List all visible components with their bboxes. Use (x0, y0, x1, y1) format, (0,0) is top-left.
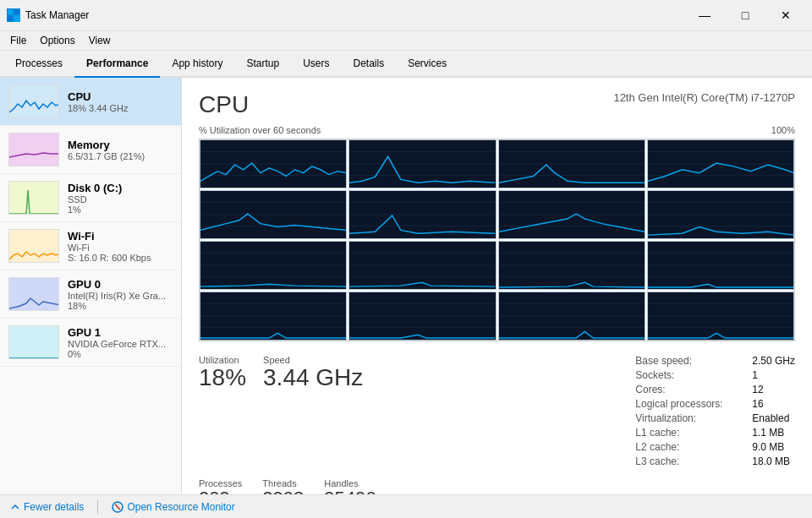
gpu0-sidebar-title: GPU 0 (68, 278, 173, 291)
gpu0-sidebar-info: GPU 0 Intel(R) Iris(R) Xe Gra... 18% (68, 278, 173, 311)
details-table: Base speed: 2.50 GHz Sockets: 1 Cores: 1… (635, 355, 795, 470)
gpu1-sidebar-title: GPU 1 (68, 326, 173, 339)
sidebar-item-memory[interactable]: Memory 6.5/31.7 GB (21%) (0, 126, 181, 174)
cpu-cell-10 (498, 241, 645, 290)
svg-rect-3 (14, 16, 19, 21)
sockets-val: 1 (752, 369, 758, 381)
virt-val: Enabled (752, 412, 789, 424)
tab-performance[interactable]: Performance (74, 51, 160, 78)
title-bar: Task Manager — □ ✕ (0, 0, 812, 31)
cpu-cell-15 (647, 292, 794, 341)
cpu-cell-5 (348, 190, 496, 239)
fewer-details-button[interactable]: Fewer details (10, 501, 84, 513)
detail-l2: L2 cache: 9.0 MB (635, 441, 795, 453)
cpu-sidebar-subtitle: 18% 3.44 GHz (68, 103, 173, 113)
virt-key: Virtualization: (635, 412, 745, 424)
maximize-button[interactable]: □ (726, 5, 765, 25)
tab-startup[interactable]: Startup (234, 51, 291, 78)
detail-virt: Virtualization: Enabled (635, 412, 795, 424)
cpu-cell-14 (498, 292, 645, 341)
cpu-cell-0 (200, 139, 347, 188)
bottom-bar: Fewer details Open Resource Monitor (0, 494, 812, 518)
sockets-key: Sockets: (635, 369, 745, 381)
menu-file[interactable]: File (3, 33, 33, 48)
cpu-cell-13 (348, 292, 496, 341)
l1-val: 1.1 MB (752, 427, 784, 439)
spacer (380, 355, 618, 470)
speed-block: Speed 3.44 GHz (263, 355, 363, 470)
menu-options[interactable]: Options (33, 33, 81, 48)
tab-processes[interactable]: Processes (3, 51, 74, 78)
memory-sidebar-info: Memory 6.5/31.7 GB (21%) (68, 139, 173, 161)
disk-sidebar-title: Disk 0 (C:) (68, 182, 173, 194)
detail-logical: Logical processors: 16 (635, 398, 795, 410)
detail-cores: Cores: 12 (635, 384, 795, 395)
disk-sidebar-graph (8, 181, 59, 215)
cpu-cell-12 (200, 292, 347, 341)
detail-l1: L1 cache: 1.1 MB (635, 427, 795, 439)
app-title: Task Manager (25, 9, 89, 21)
memory-sidebar-subtitle: 6.5/31.7 GB (21%) (68, 151, 173, 161)
cpu-sidebar-title: CPU (68, 90, 173, 103)
l3-key: L3 cache: (635, 455, 745, 467)
title-bar-left: Task Manager (7, 8, 89, 22)
tab-details[interactable]: Details (341, 51, 396, 78)
detail-sockets: Sockets: 1 (635, 369, 795, 381)
sidebar-item-wifi[interactable]: Wi-Fi Wi-Fi S: 16.0 R: 600 Kbps (0, 222, 181, 270)
disk-sidebar-info: Disk 0 (C:) SSD 1% (68, 182, 173, 215)
gpu1-sidebar-subtitle2: 0% (68, 349, 173, 359)
bottom-divider (97, 500, 98, 514)
content-title: CPU (199, 91, 249, 118)
sidebar-item-cpu[interactable]: CPU 18% 3.44 GHz (0, 78, 181, 126)
menu-view[interactable]: View (82, 33, 118, 48)
gpu1-sidebar-info: GPU 1 NVIDIA GeForce RTX... 0% (68, 326, 173, 359)
chevron-up-icon (10, 502, 20, 512)
detail-basespeed: Base speed: 2.50 GHz (635, 355, 795, 367)
gpu0-sidebar-graph (8, 277, 59, 311)
cores-val: 12 (752, 384, 763, 395)
sidebar-item-gpu0[interactable]: GPU 0 Intel(R) Iris(R) Xe Gra... 18% (0, 270, 181, 319)
cpu-cell-8 (200, 241, 347, 290)
l2-val: 9.0 MB (752, 441, 784, 453)
cpu-cell-9 (348, 241, 496, 290)
logical-val: 16 (752, 398, 763, 410)
tab-users[interactable]: Users (291, 51, 341, 78)
gpu0-sidebar-subtitle2: 18% (68, 301, 173, 311)
title-controls: — □ ✕ (685, 5, 805, 25)
cpu-cell-6 (498, 190, 645, 239)
processes-value: 209 (199, 488, 242, 494)
sidebar-item-disk[interactable]: Disk 0 (C:) SSD 1% (0, 174, 181, 222)
open-resource-monitor-label: Open Resource Monitor (127, 501, 234, 513)
cpu-cell-3 (647, 139, 794, 188)
detail-l3: L3 cache: 18.0 MB (635, 455, 795, 467)
logical-key: Logical processors: (635, 398, 745, 410)
wifi-sidebar-subtitle2: S: 16.0 R: 600 Kbps (68, 253, 173, 263)
cpu-cell-4 (200, 190, 347, 239)
memory-sidebar-title: Memory (68, 139, 173, 151)
close-button[interactable]: ✕ (766, 5, 805, 25)
handles-block: Handles 95496 (324, 478, 376, 494)
l2-key: L2 cache: (635, 441, 745, 453)
utilization-value: 18% (199, 365, 246, 391)
basespeed-val: 2.50 GHz (752, 355, 795, 367)
svg-rect-0 (8, 9, 13, 14)
basespeed-key: Base speed: (635, 355, 745, 367)
processes-block: Processes 209 (199, 478, 242, 494)
menu-bar: File Options View (0, 31, 812, 51)
tab-services[interactable]: Services (396, 51, 458, 78)
content-header: CPU 12th Gen Intel(R) Core(TM) i7-1270P (199, 91, 795, 118)
main-area: CPU 18% 3.44 GHz Memory 6.5/31.7 GB (21%… (0, 78, 812, 494)
memory-sidebar-graph (8, 133, 59, 166)
svg-rect-2 (8, 16, 13, 21)
handles-value: 95496 (324, 488, 376, 494)
tab-apphistory[interactable]: App history (160, 51, 234, 78)
open-resource-monitor-button[interactable]: Open Resource Monitor (112, 501, 234, 513)
threads-value: 2903 (262, 488, 304, 494)
minimize-button[interactable]: — (685, 5, 724, 25)
wifi-sidebar-info: Wi-Fi Wi-Fi S: 16.0 R: 600 Kbps (68, 230, 173, 263)
utilization-block: Utilization 18% (199, 355, 246, 470)
cpu-content-panel: CPU 12th Gen Intel(R) Core(TM) i7-1270P … (182, 78, 812, 494)
sidebar-item-gpu1[interactable]: GPU 1 NVIDIA GeForce RTX... 0% (0, 319, 181, 367)
gpu1-sidebar-subtitle1: NVIDIA GeForce RTX... (68, 339, 173, 349)
cpu-cell-2 (498, 139, 645, 188)
